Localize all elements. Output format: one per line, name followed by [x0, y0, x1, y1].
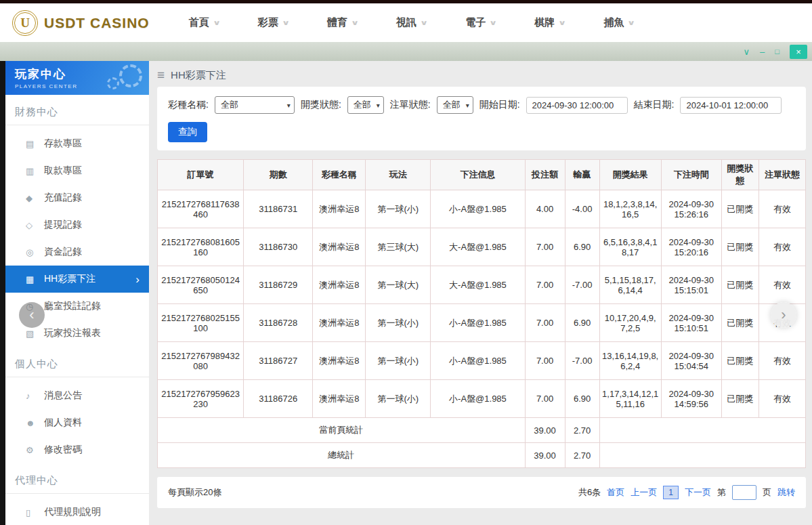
cell-time: 2024-09-30 15:26:16	[661, 190, 721, 228]
chevron-down-icon: ▾	[466, 102, 469, 109]
sidebar-item[interactable]: ◎資金記錄	[5, 238, 149, 266]
start-date-input[interactable]	[526, 97, 628, 114]
table-row: 215217276808160516031186730澳洲幸运8第三球(大)大-…	[158, 228, 806, 266]
cell-period: 31186726	[244, 380, 313, 418]
left-dark-strip	[0, 61, 5, 525]
sidebar-item[interactable]: ▦HH彩票下注›	[5, 266, 149, 293]
draw-status-value: 全部	[354, 99, 371, 111]
prev-page-link[interactable]: 上一页	[631, 486, 657, 499]
app-window: U USDT CASINO 首頁∨彩票∨體育∨視訊∨電子∨棋牌∨捕魚∨ ∨ – …	[0, 0, 812, 525]
bet-status-label: 注單狀態:	[390, 99, 431, 111]
scroll-right-button[interactable]: ›	[771, 302, 796, 328]
chevron-down-icon: ∨	[420, 19, 428, 26]
cell-play: 第一球(小)	[366, 342, 431, 380]
draw-status-select[interactable]: 全部 ▾	[347, 96, 384, 114]
sidebar-item[interactable]: ◇提現記錄	[5, 211, 149, 238]
chevron-down-icon: ∨	[627, 19, 635, 26]
sidebar-item[interactable]: ☻個人資料	[5, 409, 149, 436]
nav-item-5[interactable]: 電子∨	[465, 16, 496, 29]
summary-winloss: 2.70	[565, 418, 599, 443]
sidebar-item[interactable]: ◆充值記錄	[5, 184, 149, 211]
sidebar-item[interactable]: ▥取款專區	[5, 157, 149, 184]
cell-lottery: 澳洲幸运8	[313, 342, 366, 380]
nav-item-3[interactable]: 體育∨	[327, 16, 358, 29]
jump-link[interactable]: 跳转	[777, 486, 795, 499]
sidebar-section-label: 代理中心	[5, 463, 149, 494]
summary-row: 總統計39.002.70	[158, 443, 806, 468]
draw-status-label: 開獎狀態:	[301, 99, 341, 111]
first-page-link[interactable]: 首页	[607, 486, 624, 499]
cell-draw-status: 已開獎	[721, 304, 758, 342]
cell-draw-status: 已開獎	[721, 228, 758, 266]
lottery-bet-icon: ▦	[26, 274, 44, 285]
nav-item-4[interactable]: 視訊∨	[396, 16, 427, 29]
window-collapse-icon[interactable]: ∨	[744, 47, 750, 56]
content-area: 玩家中心 PLAYERS CENTER 財務中心▤存款專區▥取款專區◆充值記錄◇…	[0, 61, 812, 525]
summary-winloss: 2.70	[565, 443, 599, 468]
table-body: 215217276811763846031186731澳洲幸运8第一球(小)小-…	[158, 190, 806, 468]
next-page-link[interactable]: 下一页	[685, 486, 711, 499]
cell-bet-info: 小-A盤@1.985	[431, 342, 525, 380]
menu-icon[interactable]: ≡	[157, 68, 165, 83]
cell-play: 第一球(小)	[366, 304, 431, 342]
bell-icon: ♪	[26, 391, 44, 401]
cell-amount: 7.00	[525, 228, 565, 266]
chevron-down-icon: ∨	[282, 19, 290, 26]
cell-lottery: 澳洲幸运8	[313, 380, 366, 418]
nav-item-label: 電子	[465, 16, 486, 29]
window-minimize-icon[interactable]: –	[760, 47, 765, 56]
cell-draw-status: 已開獎	[721, 266, 758, 304]
sidebar-item[interactable]: ⚙修改密碼	[5, 436, 149, 463]
page-jump-input[interactable]	[732, 485, 756, 500]
cell-time: 2024-09-30 15:15:01	[661, 266, 721, 304]
bet-status-value: 全部	[443, 99, 461, 111]
pagination-bar: 每頁顯示20條 共6条 首页 上一页 1 下一页 第 页 跳转	[157, 477, 806, 508]
cell-period: 31186727	[244, 342, 313, 380]
table-row: 215217276811763846031186731澳洲幸运8第一球(小)小-…	[158, 190, 806, 228]
end-date-label: 結束日期:	[634, 99, 675, 111]
sidebar-subtitle: PLAYERS CENTER	[15, 83, 140, 89]
search-button[interactable]: 查詢	[168, 122, 207, 142]
pager: 共6条 首页 上一页 1 下一页 第 页 跳转	[578, 485, 795, 500]
chevron-down-icon: ∨	[351, 19, 359, 26]
nav-item-7[interactable]: 捕魚∨	[603, 16, 634, 29]
current-page[interactable]: 1	[663, 486, 679, 499]
cell-bet-info: 大-A盤@1.985	[431, 266, 525, 304]
column-header: 注單狀態	[758, 160, 805, 190]
logo[interactable]: U USDT CASINO	[12, 10, 150, 36]
scroll-left-button[interactable]: ‹	[19, 302, 45, 328]
sidebar-item-label: 提現記錄	[44, 219, 82, 231]
logo-text: USDT CASINO	[44, 15, 150, 31]
nav-item-label: 捕魚	[603, 16, 624, 29]
cell-bet-info: 小-A盤@1.985	[431, 380, 525, 418]
sidebar-item[interactable]: ♪消息公告	[5, 382, 149, 409]
cell-lottery: 澳洲幸运8	[313, 190, 366, 228]
nav-item-6[interactable]: 棋牌∨	[534, 16, 565, 29]
cell-lottery: 澳洲幸运8	[313, 304, 366, 342]
lottery-type-value: 全部	[221, 99, 238, 111]
start-date-label: 開始日期:	[479, 99, 520, 111]
sidebar-item[interactable]: ▤存款專區	[5, 130, 149, 157]
cell-play: 第一球(小)	[366, 190, 431, 228]
column-header: 輸贏	[565, 160, 599, 190]
bet-report-icon: ▧	[26, 329, 44, 339]
cell-result: 5,1,15,18,17,6,14,4	[599, 266, 661, 304]
end-date-input[interactable]	[680, 97, 782, 114]
window-close-icon[interactable]: ×	[790, 45, 807, 59]
bet-status-select[interactable]: 全部 ▾	[437, 96, 473, 114]
nav-item-2[interactable]: 彩票∨	[258, 16, 289, 29]
window-maximize-icon[interactable]: □	[775, 48, 779, 56]
summary-label: 總統計	[158, 443, 526, 468]
cell-play: 第一球(大)	[366, 266, 431, 304]
page-word-suffix: 页	[763, 486, 771, 499]
cell-order: 2152172768081605160	[158, 228, 244, 266]
column-header: 玩法	[366, 160, 431, 190]
bets-table-wrap: 訂單號期數彩種名稱玩法下注信息投注額輸贏開獎結果下注時間開獎狀態注單狀態 215…	[157, 159, 806, 468]
sidebar-item[interactable]: ▯代理規則說明	[5, 499, 149, 525]
cell-period: 31186730	[244, 228, 313, 266]
nav-item-1[interactable]: 首頁∨	[189, 16, 219, 29]
document-icon: ▯	[26, 507, 44, 518]
lottery-type-select[interactable]: 全部 ▾	[215, 96, 295, 114]
column-header: 開獎結果	[599, 160, 661, 190]
user-icon: ☻	[26, 418, 44, 428]
